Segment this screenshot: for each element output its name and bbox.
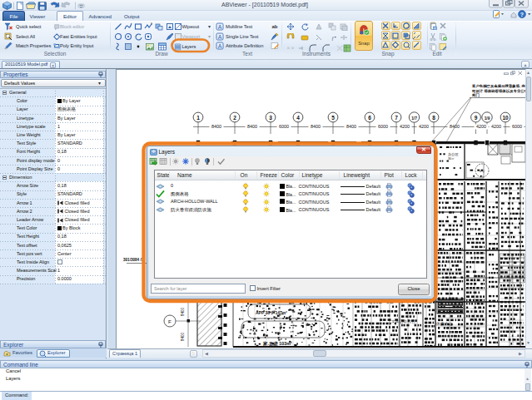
svg-text:7: 7 bbox=[395, 115, 398, 121]
svg-text:4200: 4200 bbox=[419, 124, 429, 129]
svg-text:1: 1 bbox=[196, 115, 200, 121]
svg-text:8400: 8400 bbox=[247, 124, 257, 129]
svg-text:6000: 6000 bbox=[378, 124, 388, 129]
svg-text:8400: 8400 bbox=[311, 124, 321, 129]
svg-text:8400: 8400 bbox=[346, 124, 356, 129]
svg-text:A: A bbox=[218, 34, 222, 40]
svg-text:5: 5 bbox=[331, 115, 335, 121]
svg-text:4200: 4200 bbox=[491, 124, 501, 129]
svg-text:A: A bbox=[218, 43, 222, 49]
svg-text:6: 6 bbox=[368, 115, 371, 121]
svg-text:办公区: 办公区 bbox=[448, 152, 459, 156]
svg-text:8400: 8400 bbox=[211, 124, 221, 129]
svg-text:3: 3 bbox=[269, 115, 272, 121]
svg-text:8400: 8400 bbox=[181, 307, 185, 316]
svg-text:F: F bbox=[168, 319, 172, 324]
svg-text:4: 4 bbox=[296, 115, 300, 121]
svg-text:6000: 6000 bbox=[279, 124, 289, 129]
svg-text:1/9: 1/9 bbox=[485, 116, 490, 121]
svg-text:ƒ: ƒ bbox=[331, 35, 335, 42]
svg-text:6000: 6000 bbox=[512, 124, 522, 129]
svg-text:相门: 相门 bbox=[471, 93, 480, 98]
svg-text:9: 9 bbox=[475, 115, 478, 121]
svg-text:家.足迹 103m²: 家.足迹 103m² bbox=[262, 341, 292, 347]
svg-text:2: 2 bbox=[233, 115, 236, 121]
svg-text:10: 10 bbox=[502, 115, 509, 121]
svg-text:8: 8 bbox=[432, 115, 435, 121]
svg-text:ab: ab bbox=[271, 24, 277, 29]
svg-text:?: ? bbox=[520, 12, 524, 17]
svg-text:8400: 8400 bbox=[181, 332, 185, 341]
svg-text:休疫中心: 休疫中心 bbox=[435, 321, 453, 326]
svg-text:4200: 4200 bbox=[400, 124, 410, 129]
svg-text:8400: 8400 bbox=[450, 124, 460, 129]
svg-text:30㎡: 30㎡ bbox=[448, 157, 455, 160]
svg-text:1/7: 1/7 bbox=[411, 116, 417, 121]
svg-text:A: A bbox=[218, 24, 222, 30]
svg-text:4200: 4200 bbox=[476, 124, 486, 129]
